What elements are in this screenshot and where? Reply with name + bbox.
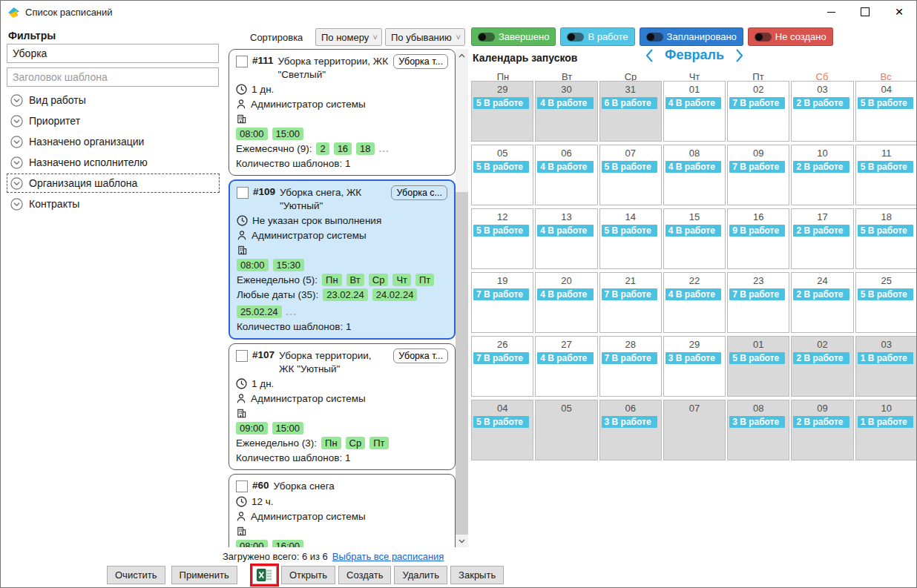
calendar-day-cell[interactable]: 267 В работе <box>471 336 533 397</box>
day-number: 29 <box>472 82 533 95</box>
status-toggle-4[interactable]: Не создано <box>748 27 833 46</box>
filter-group-5[interactable]: Организация шаблона <box>7 174 220 193</box>
calendar-day-cell[interactable]: 115 В работе <box>855 145 917 205</box>
calendar-day-cell[interactable]: 295 В работе <box>471 81 533 142</box>
calendar-day-cell[interactable]: 092 В работе <box>791 400 853 460</box>
scroll-up-arrow-icon[interactable] <box>456 49 468 62</box>
day-number: 05 <box>536 400 596 414</box>
filter-group-1[interactable]: Вид работы <box>7 90 220 110</box>
day-number: 03 <box>792 82 852 95</box>
schedule-badge: 16 <box>334 142 352 155</box>
calendar-day-cell[interactable]: 185 В работе <box>855 208 917 269</box>
sort-field-dropdown[interactable]: По номеру ˅ <box>315 28 382 46</box>
calendar-day-cell[interactable]: 101 В работе <box>855 400 917 460</box>
calendar-day-cell[interactable]: 015 В работе <box>727 336 789 397</box>
calendar-day-cell[interactable]: 075 В работе <box>599 145 662 205</box>
calendar-day-cell[interactable]: 293 В работе <box>663 336 726 397</box>
in-progress-count-badge: 2 В работе <box>793 225 849 237</box>
filter-group-4[interactable]: Назначено исполнителю <box>7 153 220 172</box>
calendar-day-cell[interactable]: 134 В работе <box>535 208 597 269</box>
calendar-day-cell[interactable]: 287 В работе <box>599 336 662 397</box>
calendar-day-cell[interactable]: 084 В работе <box>663 145 726 205</box>
status-toggle-2[interactable]: В работе <box>560 27 634 46</box>
calendar-day-cell[interactable]: 125 В работе <box>471 208 533 269</box>
calendar-day-cell[interactable]: 316 В работе <box>599 81 662 142</box>
calendar-day-cell[interactable]: 045 В работе <box>855 81 917 142</box>
sort-direction-dropdown[interactable]: По убыванию ˅ <box>385 28 465 46</box>
select-all-schedules-link[interactable]: Выбрать все расписания <box>332 551 444 562</box>
calendar-day-cell[interactable]: 242 В работе <box>791 272 853 333</box>
clock-icon <box>237 215 248 226</box>
footer-button-применить[interactable]: Применить <box>171 566 237 584</box>
calendar-day-cell[interactable]: 022 В работе <box>791 336 853 397</box>
calendar-day-cell[interactable]: 063 В работе <box>599 400 662 460</box>
calendar-day-cell[interactable]: 237 В работе <box>727 272 789 333</box>
filter-group-3[interactable]: Назначено организации <box>7 132 220 151</box>
footer-button-закрыть[interactable]: Закрыть <box>450 566 504 584</box>
schedule-badge: Вт <box>346 274 364 286</box>
list-scrollbar[interactable] <box>456 49 468 547</box>
calendar-day-cell[interactable]: 169 В работе <box>727 208 789 269</box>
minimize-button[interactable] <box>814 1 848 23</box>
calendar-day-cell[interactable]: 217 В работе <box>599 272 662 333</box>
footer-button-удалить[interactable]: Удалить <box>394 566 447 584</box>
work-type-tag-button[interactable]: Уборка т... <box>393 348 448 363</box>
calendar-day-cell[interactable]: 07 <box>663 400 726 460</box>
calendar-day-cell[interactable]: 304 В работе <box>535 81 597 142</box>
chevron-down-circle-icon <box>10 177 23 190</box>
calendar-day-cell[interactable]: 014 В работе <box>663 81 726 142</box>
day-number: 06 <box>600 400 661 414</box>
schedule-card[interactable]: #107Уборка территории, ЖК "Уютный"Уборка… <box>229 343 456 470</box>
calendar-day-cell[interactable]: 102 В работе <box>791 145 853 205</box>
calendar-grid: 295 В работе304 В работе316 В работе014 … <box>471 81 917 460</box>
status-toggle-1[interactable]: Завершено <box>471 27 556 46</box>
card-checkbox[interactable] <box>236 480 248 492</box>
calendar-day-cell[interactable]: 097 В работе <box>727 145 789 205</box>
card-checkbox[interactable] <box>236 56 248 67</box>
work-type-tag-button[interactable]: Уборка т... <box>393 54 448 69</box>
card-checkbox[interactable] <box>237 187 249 199</box>
work-type-tag-button[interactable]: Уборка с... <box>391 185 447 200</box>
status-toggle-3[interactable]: Запланировано <box>640 27 743 46</box>
footer-button-открыть[interactable]: Открыть <box>281 566 335 584</box>
close-button[interactable]: × <box>882 1 916 23</box>
calendar-day-cell[interactable]: 083 В работе <box>727 400 789 460</box>
next-month-button[interactable] <box>736 49 743 62</box>
calendar-day-cell[interactable]: 032 В работе <box>791 81 853 142</box>
footer-button-создать[interactable]: Создать <box>338 566 391 584</box>
calendar-day-cell[interactable]: 031 В работе <box>855 336 917 397</box>
schedule-card[interactable]: #60Уборка снега12 ч.Администратор систем… <box>229 474 456 547</box>
calendar-day-cell[interactable]: 255 В работе <box>855 272 917 333</box>
card-text: 1 дн. <box>252 378 274 389</box>
scrollbar-thumb[interactable] <box>456 192 468 535</box>
schedule-badge: 23.02.24 <box>323 288 368 301</box>
scroll-down-arrow-icon[interactable] <box>456 535 468 547</box>
calendar-day-cell[interactable]: 045 В работе <box>471 400 533 460</box>
in-progress-count-badge: 2 В работе <box>793 288 849 300</box>
day-number: 04 <box>856 82 917 95</box>
in-progress-count-badge: 5 В работе <box>473 416 529 428</box>
calendar-day-cell[interactable]: 055 В работе <box>471 145 533 205</box>
prev-month-button[interactable] <box>645 49 653 62</box>
chevron-down-circle-icon <box>10 94 23 107</box>
card-checkbox[interactable] <box>236 350 248 362</box>
schedule-card[interactable]: #111Уборка территории, ЖК "Светлый"Уборк… <box>229 49 456 176</box>
calendar-day-cell[interactable]: 145 В работе <box>599 208 662 269</box>
schedule-card[interactable]: #109Уборка снега, ЖК "Уютный"Уборка с...… <box>229 179 456 340</box>
calendar-day-cell[interactable]: 274 В работе <box>535 336 597 397</box>
calendar-day-cell[interactable]: 027 В работе <box>727 81 789 142</box>
search-input[interactable] <box>7 44 219 63</box>
calendar-day-cell[interactable]: 224 В работе <box>663 272 726 333</box>
calendar-day-cell[interactable]: 172 В работе <box>791 208 853 269</box>
filter-group-6[interactable]: Контракты <box>7 194 220 214</box>
excel-export-button[interactable] <box>252 566 277 584</box>
template-title-input[interactable] <box>7 67 219 87</box>
filter-group-2[interactable]: Приоритет <box>7 111 220 131</box>
calendar-day-cell[interactable]: 204 В работе <box>535 272 597 333</box>
footer-button-очистить[interactable]: Очистить <box>107 566 165 584</box>
calendar-day-cell[interactable]: 064 В работе <box>535 145 597 205</box>
calendar-day-cell[interactable]: 05 <box>535 400 597 460</box>
calendar-day-cell[interactable]: 154 В работе <box>663 208 726 269</box>
maximize-button[interactable] <box>848 1 882 23</box>
calendar-day-cell[interactable]: 197 В работе <box>471 272 533 333</box>
